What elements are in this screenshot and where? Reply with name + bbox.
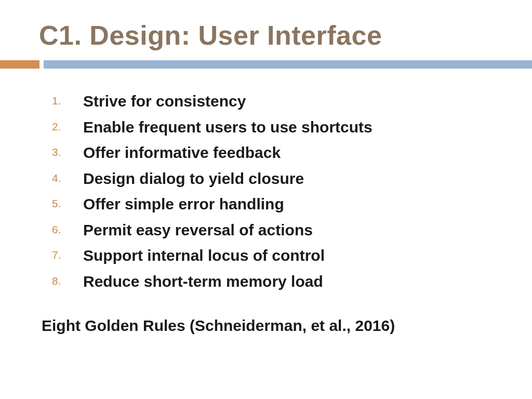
list-item: Support internal locus of control	[52, 243, 501, 269]
rules-list: Strive for consistency Enable frequent u…	[52, 88, 501, 294]
list-item: Offer simple error handling	[52, 191, 501, 217]
divider-blue-bar	[44, 60, 532, 69]
footer-citation: Eight Golden Rules (Schneiderman, et al.…	[42, 317, 501, 335]
list-item: Permit easy reversal of actions	[52, 217, 501, 243]
slide-title: C1. Design: User Interface	[0, 0, 532, 60]
divider-orange-block	[0, 60, 39, 69]
list-item: Offer informative feedback	[52, 140, 501, 166]
slide-content: Strive for consistency Enable frequent u…	[0, 88, 532, 335]
divider	[0, 60, 532, 69]
list-item: Strive for consistency	[52, 88, 501, 114]
divider-gap	[39, 60, 44, 69]
list-item: Design dialog to yield closure	[52, 166, 501, 192]
list-item: Enable frequent users to use shortcuts	[52, 114, 501, 140]
list-item: Reduce short-term memory load	[52, 269, 501, 295]
